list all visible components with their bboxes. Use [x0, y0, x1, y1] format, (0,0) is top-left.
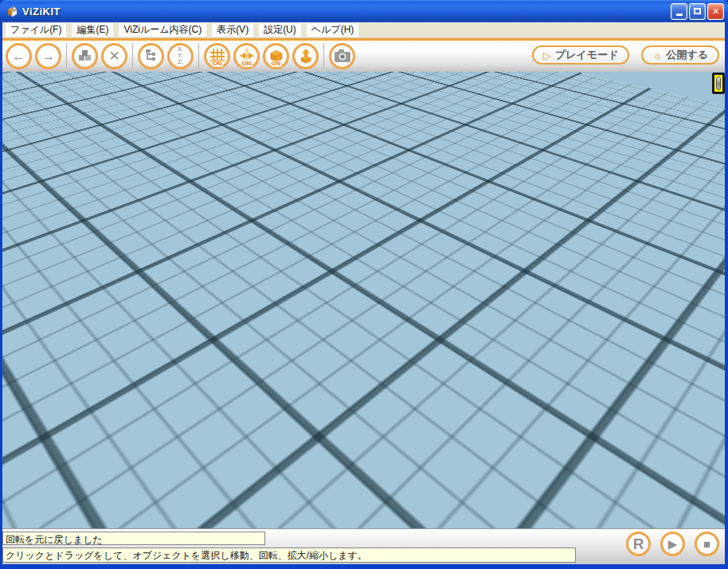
toolbar-separator [66, 43, 67, 69]
menu-file[interactable]: ファイル(F) [6, 23, 66, 37]
publish-label: 公開する [666, 48, 708, 62]
close-icon: ✕ [712, 7, 719, 16]
back-arrow-icon: ← [12, 49, 25, 63]
menu-bar: ファイル(F) 編集(E) ViZiルーム内容(C) 表示(V) 設定(U) ヘ… [2, 22, 725, 38]
xyz-coordinates-icon: X: Y: Z: [178, 46, 183, 65]
box-up-arrow-icon [298, 48, 314, 64]
window-border-right [725, 22, 728, 569]
status-hint: クリックとドラッグをして、オブジェクトを選択し移動、回転、拡大/縮小します。 [2, 547, 576, 563]
gizmo-center-handle[interactable] [377, 277, 399, 300]
window-border-bottom [0, 564, 728, 569]
publish-button[interactable]: ☼ 公開する [641, 45, 719, 65]
viewport-zoom-widget[interactable] [712, 73, 725, 94]
snap-on-badge: ON [241, 61, 252, 67]
camera-icon [334, 49, 351, 63]
play-icon: ▶ [668, 538, 678, 550]
toolbar-separator [132, 43, 133, 69]
stop-icon: ■ [703, 538, 710, 550]
tool-bar: ← → ✕ X: Y: Z: [2, 38, 725, 72]
menu-help[interactable]: ヘルプ(H) [307, 23, 359, 37]
title-bar[interactable]: ViZiKIT ✕ [0, 0, 728, 22]
minimize-icon [676, 14, 683, 16]
zoom-slider-knob[interactable] [716, 77, 721, 90]
viewport-3d[interactable] [2, 72, 725, 528]
menu-view[interactable]: 表示(V) [212, 23, 253, 37]
play-mode-button[interactable]: ▷ プレイモード [532, 45, 630, 65]
scene-platform[interactable] [2, 237, 562, 406]
status-message: 回転を元に戻しました [2, 532, 265, 545]
window-border-left [0, 22, 2, 569]
collision-on-badge: ON [271, 61, 282, 67]
app-window: ViZiKIT ✕ ファイル(F) 編集(E) ViZiルーム内容(C) 表示(… [0, 0, 728, 569]
snap-toggle-button[interactable]: ON [233, 43, 260, 69]
forward-arrow-icon: → [41, 49, 55, 63]
toolbar-separator [323, 43, 324, 69]
toolbar-accent-line [2, 38, 725, 41]
bottom-bar: 回転を元に戻しました クリックとドラッグをして、オブジェクトを選択し移動、回転、… [2, 528, 725, 564]
play-triangle-icon: ▷ [543, 50, 551, 61]
menu-vizi-room[interactable]: ViZiルーム内容(C) [119, 23, 206, 37]
coordinates-button[interactable]: X: Y: Z: [167, 43, 194, 69]
blocks-icon [77, 48, 93, 64]
maximize-button[interactable] [689, 3, 706, 20]
hierarchy-button[interactable] [138, 43, 164, 69]
scene-spiral-pole[interactable] [292, 190, 306, 272]
screenshot-button[interactable] [329, 43, 355, 69]
close-button[interactable]: ✕ [707, 3, 724, 20]
menu-settings[interactable]: 設定(U) [259, 23, 301, 37]
stop-button[interactable]: ■ [695, 532, 719, 556]
window-title: ViZiKIT [22, 6, 61, 18]
r-letter-icon: R [633, 536, 644, 551]
record-reset-button[interactable]: R [626, 532, 651, 556]
forward-button[interactable]: → [35, 43, 61, 69]
menu-edit[interactable]: 編集(E) [72, 23, 113, 37]
gravity-toggle-button[interactable] [292, 43, 319, 69]
app-icon [6, 5, 19, 18]
delete-x-icon: ✕ [108, 49, 119, 63]
maximize-icon [694, 8, 701, 14]
minimize-button[interactable] [671, 3, 687, 20]
play-button[interactable]: ▶ [660, 532, 685, 556]
delete-button[interactable]: ✕ [101, 43, 127, 69]
grid-on-badge: ON [212, 61, 223, 67]
back-button[interactable]: ← [6, 43, 32, 69]
collision-toggle-button[interactable]: ON [263, 43, 289, 69]
play-mode-label: プレイモード [555, 48, 619, 62]
sun-icon: ☼ [652, 50, 662, 61]
grid-toggle-button[interactable]: ON [204, 43, 230, 69]
toolbar-separator [198, 43, 199, 69]
hierarchy-tree-icon [143, 48, 159, 64]
scene-3d [2, 72, 725, 528]
reset-objects-button[interactable] [72, 43, 98, 69]
